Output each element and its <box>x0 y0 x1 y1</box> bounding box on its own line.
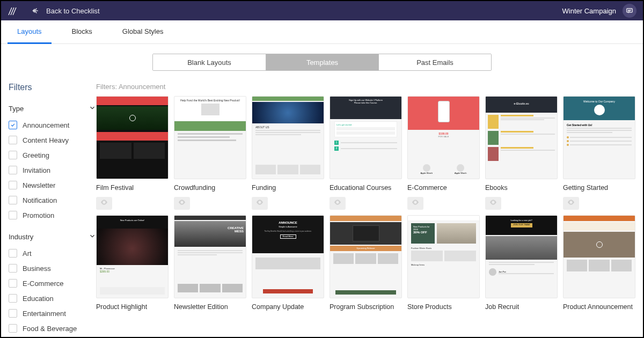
template-thumbnail[interactable]: ABOUT US <box>252 96 324 179</box>
filter-option-food-beverage[interactable]: Food & Beverage <box>9 324 96 333</box>
tab-layouts[interactable]: Layouts <box>8 20 52 44</box>
template-thumbnail[interactable]: Sign Up with our Website / PlatformPleas… <box>330 96 402 179</box>
eye-icon <box>178 198 186 209</box>
campaign-name: Winter Campaign <box>562 7 616 15</box>
template-title: Film Festival <box>96 183 169 193</box>
filter-option-newsletter[interactable]: Newsletter <box>9 181 96 189</box>
svg-point-4 <box>337 202 339 203</box>
checkbox-icon <box>9 211 17 219</box>
template-thumbnail[interactable]: CREATIVEMESS <box>174 215 246 298</box>
template-thumbnail[interactable]: New Products for 201630% OFFFashion Wint… <box>407 215 480 298</box>
preview-button[interactable] <box>485 197 501 210</box>
svg-point-1 <box>104 202 105 203</box>
filter-option-art[interactable]: Art <box>9 249 96 258</box>
segment-blank-layouts[interactable]: Blank Layouts <box>153 54 266 70</box>
checkbox-icon <box>9 121 17 129</box>
checkbox-icon <box>9 279 17 288</box>
template-card: New Products are Online!Mi - Phonecase$3… <box>96 215 169 312</box>
filter-option-entertainment[interactable]: Entertainment <box>9 309 96 318</box>
tab-blocks[interactable]: Blocks <box>62 20 102 44</box>
template-title: Newsletter Edition <box>174 303 246 312</box>
template-title: Store Products <box>407 303 480 312</box>
template-thumbnail[interactable]: Upcoming Release <box>330 215 402 298</box>
filter-option-content-heavy[interactable]: Content Heavy <box>9 136 96 144</box>
template-card: Looking for a new job?JOIN OUR TEAMJan P… <box>485 215 558 312</box>
top-bar: Back to Checklist Winter Campaign <box>1 1 643 20</box>
checkbox-icon <box>9 196 17 204</box>
template-title: Program Subscription <box>330 303 402 312</box>
preview-button[interactable] <box>252 197 268 210</box>
svg-point-6 <box>493 202 494 203</box>
template-title: Educational Courses <box>330 183 402 193</box>
back-to-checklist-button[interactable]: Back to Checklist <box>31 6 100 15</box>
template-thumbnail[interactable]: ANNOUNCESimple is AwesomeThe Key Benefit… <box>252 215 324 298</box>
segment-templates[interactable]: Templates <box>266 54 378 70</box>
template-thumbnail[interactable]: Welcome to Our CompanyGet Started with U… <box>563 96 635 179</box>
eye-icon <box>255 198 264 209</box>
filter-option-greeting[interactable]: Greeting <box>9 151 96 159</box>
checkbox-icon <box>9 264 17 273</box>
template-thumbnail[interactable]: Looking for a new job?JOIN OUR TEAMJan P… <box>485 215 558 298</box>
template-thumbnail[interactable]: Help Fund the World's Best Exciting New … <box>174 96 246 179</box>
svg-point-3 <box>259 202 261 203</box>
template-card: Product Announcement <box>563 215 635 312</box>
segment-past-emails[interactable]: Past Emails <box>378 54 491 70</box>
eye-icon <box>489 198 497 209</box>
template-card: e-Ebooks.euEbooks <box>485 96 558 210</box>
chevron-down-icon <box>89 104 96 113</box>
preview-button[interactable] <box>563 197 579 210</box>
checkbox-icon <box>9 294 17 303</box>
template-title: Product Highlight <box>96 303 169 312</box>
checkbox-icon <box>9 151 17 159</box>
template-title: Job Recruit <box>485 303 558 312</box>
template-card: New Products for 201630% OFFFashion Wint… <box>407 215 480 312</box>
layout-segment-control: Blank LayoutsTemplatesPast Emails <box>1 54 643 71</box>
template-thumbnail[interactable]: New Products are Online!Mi - Phonecase$3… <box>96 215 169 298</box>
filter-option-announcement[interactable]: Announcement <box>9 121 96 129</box>
preview-button[interactable] <box>330 197 346 210</box>
template-title: Crowdfunding <box>174 183 246 193</box>
svg-point-5 <box>415 202 416 203</box>
filters-heading: Filters <box>9 83 96 92</box>
template-thumbnail[interactable]: e-Ebooks.eu <box>485 96 558 179</box>
svg-point-7 <box>570 202 572 203</box>
filter-head-industry[interactable]: Industry <box>9 232 96 241</box>
template-thumbnail[interactable] <box>96 96 169 179</box>
checkbox-icon <box>9 309 17 318</box>
template-card: Help Fund the World's Best Exciting New … <box>174 96 246 210</box>
preview-button[interactable] <box>174 197 190 210</box>
svg-point-2 <box>181 202 183 203</box>
filter-option-promotion[interactable]: Promotion <box>9 211 96 219</box>
template-title: Getting Started <box>563 183 635 193</box>
eye-icon <box>100 198 108 209</box>
template-card: CREATIVEMESSNewsletter Edition <box>174 215 246 312</box>
support-chat-button[interactable] <box>623 4 636 18</box>
preview-button[interactable] <box>96 197 112 210</box>
filter-option-e-commerce[interactable]: E-Commerce <box>9 279 96 288</box>
filter-option-education[interactable]: Education <box>9 294 96 303</box>
preview-button[interactable] <box>407 197 423 210</box>
template-card: Welcome to Our CompanyGet Started with U… <box>563 96 635 210</box>
svg-rect-0 <box>627 9 633 12</box>
checkbox-icon <box>9 136 17 144</box>
checkbox-icon <box>9 181 17 189</box>
back-label: Back to Checklist <box>46 7 100 15</box>
checkbox-icon <box>9 166 17 174</box>
template-card: Film Festival <box>96 96 169 210</box>
template-thumbnail[interactable]: $199.00FOR SALEApple WatchApple Watch <box>407 96 480 179</box>
template-title: E-Commerce <box>407 183 480 193</box>
eye-icon <box>567 198 575 209</box>
template-card: ANNOUNCESimple is AwesomeThe Key Benefit… <box>252 215 324 312</box>
tab-global-styles[interactable]: Global Styles <box>113 20 173 44</box>
app-logo-icon <box>8 5 18 16</box>
chevron-down-icon <box>89 232 96 241</box>
filter-option-business[interactable]: Business <box>9 264 96 273</box>
template-card: Upcoming ReleaseProgram Subscription <box>330 215 402 312</box>
checkbox-icon <box>9 249 17 258</box>
primary-tabs: LayoutsBlocksGlobal Styles <box>1 20 643 44</box>
filter-option-invitation[interactable]: Invitation <box>9 166 96 174</box>
filter-option-notification[interactable]: Notification <box>9 196 96 204</box>
filter-head-type[interactable]: Type <box>9 104 96 113</box>
template-thumbnail[interactable] <box>563 215 635 298</box>
eye-icon <box>333 198 342 209</box>
